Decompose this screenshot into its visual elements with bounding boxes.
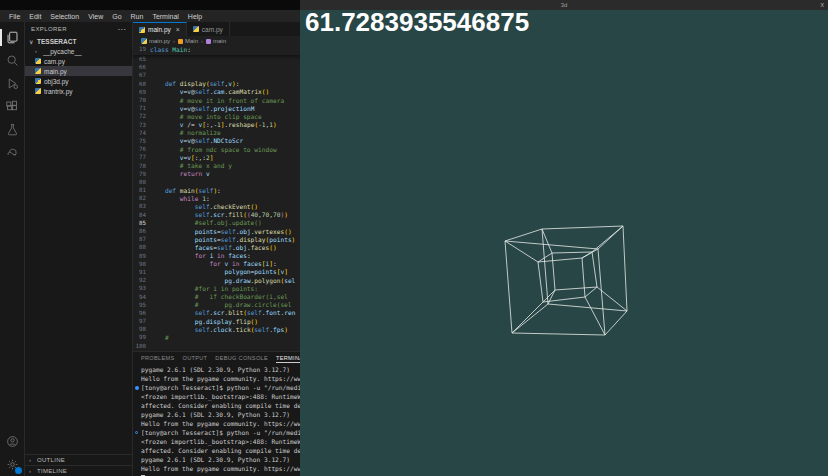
close-icon[interactable]: x bbox=[821, 0, 825, 10]
terminal-line: pygame 2.6.1 (SDL 2.30.9, Python 3.12.7) bbox=[141, 411, 300, 420]
tree-item-main-py[interactable]: main.py bbox=[25, 66, 132, 76]
file-label: __pycache__ bbox=[43, 48, 82, 55]
code-line-100: 100 bbox=[133, 342, 300, 350]
search-icon[interactable] bbox=[0, 49, 24, 72]
code-text: #self.obj.update() bbox=[150, 219, 262, 226]
code-text: # move it in front of camera bbox=[150, 97, 284, 104]
breadcrumb-separator: › bbox=[201, 38, 203, 44]
tree-item-cam-py[interactable]: cam.py bbox=[25, 56, 132, 66]
explorer-icon[interactable] bbox=[0, 26, 24, 49]
tree-item-__pycache__[interactable]: ›__pycache__ bbox=[25, 46, 132, 56]
code-text: v=v[:,:2] bbox=[150, 154, 213, 161]
breadcrumb-item[interactable]: main bbox=[206, 38, 226, 44]
sidebar-section-outline[interactable]: ›OUTLINE bbox=[25, 454, 132, 465]
line-number: 89 bbox=[133, 253, 150, 259]
code-line-72: 72 # move into clip space bbox=[133, 112, 300, 120]
run-debug-icon[interactable] bbox=[0, 72, 24, 95]
code-text: # move into clip space bbox=[150, 113, 262, 120]
panel-tab-debug-console[interactable]: DEBUG CONSOLE bbox=[215, 354, 268, 362]
breadcrumb[interactable]: main.py›Main›main bbox=[133, 36, 300, 46]
python-file-icon bbox=[35, 58, 41, 64]
menu-item-run[interactable]: Run bbox=[127, 12, 148, 21]
tab-main-py[interactable]: main.py× bbox=[133, 22, 187, 36]
terminal-line: affected. Consider enabling compile time… bbox=[141, 447, 300, 456]
menu-item-selection[interactable]: Selection bbox=[46, 12, 83, 21]
line-number: 85 bbox=[133, 220, 150, 226]
extensions-icon[interactable] bbox=[0, 95, 24, 118]
line-number: 78 bbox=[133, 163, 150, 169]
code-line-96: 96 self.scr.blit(self.font.ren bbox=[133, 309, 300, 317]
code-text: while 1: bbox=[150, 195, 210, 202]
line-number: 70 bbox=[133, 97, 150, 103]
terminal-line: <frozen importlib._bootstrap>:488: Runti… bbox=[141, 438, 300, 447]
section-label: TIMELINE bbox=[37, 468, 67, 474]
code-text: pg.display.flip() bbox=[150, 318, 258, 325]
terminal-line: Hello from the pygame community. https:/… bbox=[141, 465, 300, 474]
breadcrumb-item[interactable]: main.py bbox=[141, 38, 170, 44]
code-line-97: 97 pg.display.flip() bbox=[133, 317, 300, 325]
tree-item-obj3d-py[interactable]: obj3d.py bbox=[25, 76, 132, 86]
tab-cam-py[interactable]: cam.py bbox=[187, 22, 230, 36]
code-text: polygon=points[v] bbox=[150, 268, 288, 275]
terminal-line: pygame 2.6.1 (SDL 2.30.9, Python 3.12.7) bbox=[141, 366, 300, 375]
code-text: def display(self,v): bbox=[150, 80, 239, 87]
file-label: obj3d.py bbox=[44, 78, 69, 85]
settings-badge bbox=[15, 467, 22, 474]
pygame-window: 3d x 61.7283935546875 bbox=[300, 0, 828, 476]
sidebar-section-timeline[interactable]: ›TIMELINE bbox=[25, 465, 132, 476]
sticky-scroll-line[interactable]: 19 class Main: bbox=[133, 46, 300, 55]
panel-tab-terminal[interactable]: TERMINAL bbox=[276, 354, 300, 363]
line-number: 94 bbox=[133, 294, 150, 300]
menu-item-terminal[interactable]: Terminal bbox=[148, 12, 182, 21]
terminal-line: <frozen importlib._bootstrap>:488: Runti… bbox=[141, 393, 300, 402]
menu-item-go[interactable]: Go bbox=[108, 12, 125, 21]
line-number: 97 bbox=[133, 318, 150, 324]
menu-item-edit[interactable]: Edit bbox=[25, 12, 45, 21]
panel-tab-problems[interactable]: PROBLEMS bbox=[141, 354, 175, 362]
line-number: 81 bbox=[133, 187, 150, 193]
python-file-icon bbox=[35, 68, 41, 74]
line-number: 68 bbox=[133, 81, 150, 87]
code-text: self.checkEvent() bbox=[150, 203, 258, 210]
more-actions-icon[interactable]: ⋯ bbox=[118, 25, 126, 34]
copilot-icon[interactable] bbox=[0, 141, 24, 164]
code-line-74: 74 # normalize bbox=[133, 129, 300, 137]
code-text: v /= v[:,-1].reshape(-1,1) bbox=[150, 121, 277, 128]
code-line-88: 88 faces=self.obj.faces() bbox=[133, 243, 300, 251]
close-tab-icon[interactable]: × bbox=[176, 26, 180, 33]
vscode-titlebar[interactable] bbox=[0, 0, 300, 10]
panel-tab-output[interactable]: OUTPUT bbox=[183, 354, 208, 362]
line-number: 74 bbox=[133, 130, 150, 136]
tab-label: main.py bbox=[148, 26, 171, 33]
terminal-line: [tony@arch Tesseract]$ python -u "/run/m… bbox=[141, 384, 300, 393]
testing-icon[interactable] bbox=[0, 118, 24, 141]
code-text: for i in faces: bbox=[150, 252, 251, 259]
tree-item-trantrix-py[interactable]: trantrix.py bbox=[25, 86, 132, 96]
code-line-84: 84 self.scr.fill((40,70,70)) bbox=[133, 211, 300, 219]
breadcrumb-item[interactable]: Main bbox=[178, 38, 198, 44]
code-text: self.scr.fill((40,70,70)) bbox=[150, 211, 288, 218]
code-line-71: 71 v=v@self.projectionM bbox=[133, 104, 300, 112]
code-text: self.clock.tick(self.fps) bbox=[150, 326, 288, 333]
code-line-75: 75 v=v@self.NDCtoScr bbox=[133, 137, 300, 145]
section-label: OUTLINE bbox=[37, 457, 65, 463]
account-icon[interactable] bbox=[0, 430, 24, 453]
settings-gear-icon[interactable] bbox=[0, 453, 24, 476]
menu-item-file[interactable]: File bbox=[5, 12, 24, 21]
menu-item-help[interactable]: Help bbox=[184, 12, 206, 21]
menu-item-view[interactable]: View bbox=[84, 12, 107, 21]
sidebar-empty-space bbox=[25, 96, 132, 454]
code-editor[interactable]: 65666768 def display(self,v):69 v=v@self… bbox=[133, 55, 300, 351]
code-line-98: 98 self.clock.tick(self.fps) bbox=[133, 325, 300, 333]
vscode-window: FileEditSelectionViewGoRunTerminalHelp E… bbox=[0, 0, 300, 476]
line-number: 91 bbox=[133, 269, 150, 275]
editor-tab-bar: main.py×cam.py bbox=[133, 22, 300, 36]
terminal[interactable]: pygame 2.6.1 (SDL 2.30.9, Python 3.12.7)… bbox=[133, 364, 300, 476]
chevron-right-icon: › bbox=[29, 457, 34, 463]
tree-root-tesseract[interactable]: ∨ TESSERACT bbox=[25, 36, 132, 46]
explorer-header: EXPLORER ⋯ bbox=[25, 22, 132, 36]
line-number: 86 bbox=[133, 228, 150, 234]
code-text: v=v@self.NDCtoScr bbox=[150, 137, 243, 144]
code-line-93: 93 #for i in points: bbox=[133, 284, 300, 292]
python-file-icon bbox=[139, 27, 145, 33]
